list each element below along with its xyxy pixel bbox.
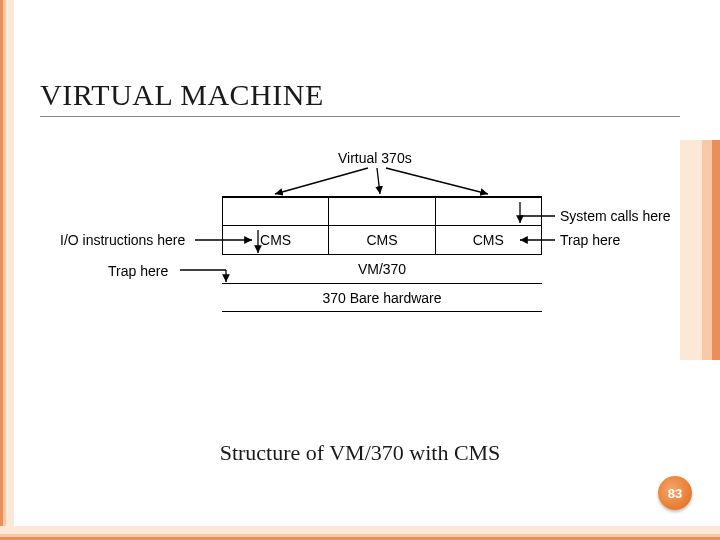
svg-line-1 [377, 168, 380, 194]
vm370-diagram: Virtual 370s I/O instructions here Trap … [60, 150, 660, 330]
slide-caption: Structure of VM/370 with CMS [0, 440, 720, 466]
bottom-decoration [0, 526, 720, 540]
slide-title: VIRTUAL MACHINE [40, 78, 680, 117]
page-number: 83 [668, 486, 682, 501]
page-number-badge: 83 [658, 476, 692, 510]
svg-line-2 [386, 168, 488, 194]
right-decoration [680, 140, 720, 360]
svg-line-0 [275, 168, 368, 194]
diagram-arrows [60, 150, 660, 330]
